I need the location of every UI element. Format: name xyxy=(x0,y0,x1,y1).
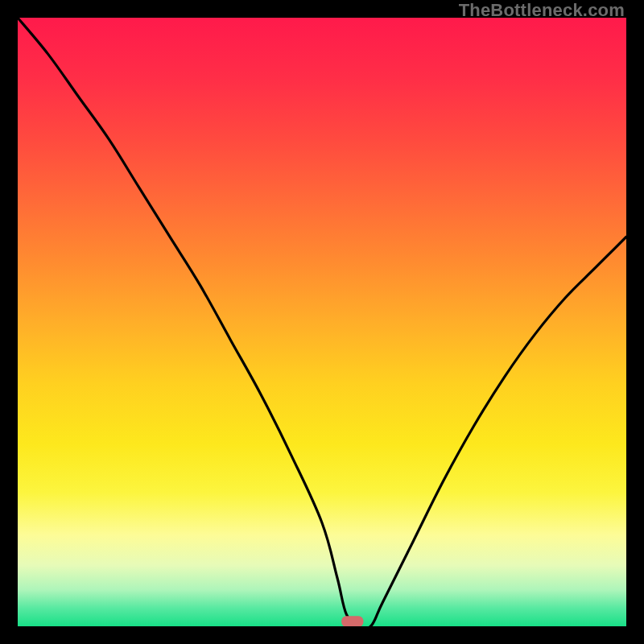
bottleneck-chart xyxy=(18,18,626,626)
chart-frame xyxy=(18,18,626,626)
watermark-text: TheBottleneck.com xyxy=(459,0,625,21)
gradient-background xyxy=(18,18,626,626)
bottleneck-marker xyxy=(341,616,363,626)
